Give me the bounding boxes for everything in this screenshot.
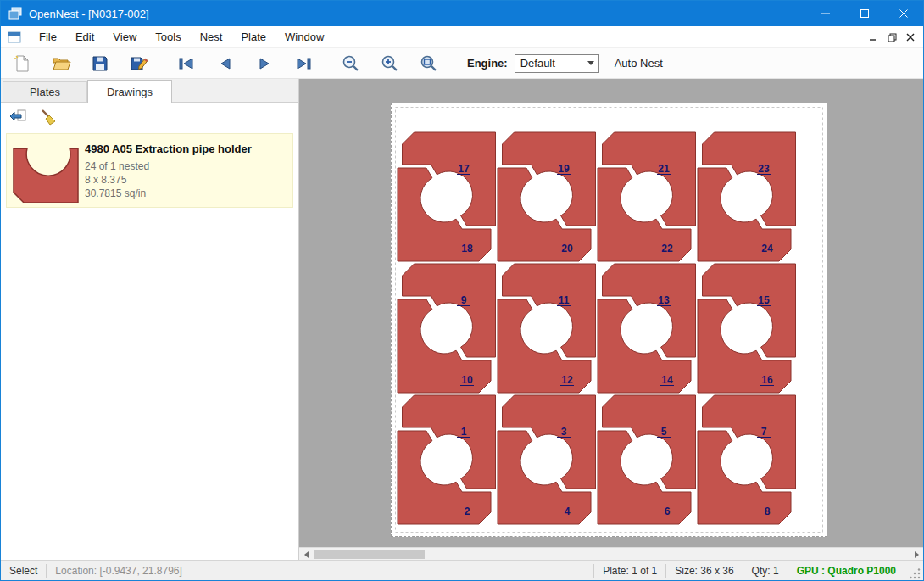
status-size: Size: 36 x 36 <box>666 561 742 580</box>
mdi-restore-button[interactable] <box>882 29 901 46</box>
menu-item-view[interactable]: View <box>103 27 146 47</box>
part-number: 18 <box>461 243 473 254</box>
menu-item-plate[interactable]: Plate <box>231 27 276 47</box>
nest-pair[interactable]: 12 <box>398 395 496 524</box>
part-number: 16 <box>761 374 773 386</box>
nest-pair[interactable]: 2324 <box>698 132 796 261</box>
part-number: 13 <box>658 294 670 306</box>
app-icon <box>8 7 22 20</box>
zoom-out-button[interactable] <box>338 51 364 76</box>
nest-pair[interactable]: 78 <box>698 395 796 524</box>
tab-drawings[interactable]: Drawings <box>87 80 172 103</box>
save-as-button[interactable] <box>126 51 152 76</box>
part-number: 2 <box>465 506 470 517</box>
horizontal-scrollbar[interactable] <box>299 547 923 560</box>
open-folder-icon <box>52 53 71 73</box>
nest-pair[interactable]: 1920 <box>498 132 596 261</box>
nest-pair[interactable]: 1112 <box>498 264 596 393</box>
status-location: Location: [-0.9437, 21.8796] <box>47 561 190 580</box>
tab-plates-label: Plates <box>30 86 60 98</box>
menu-item-nest[interactable]: Nest <box>191 27 232 47</box>
tab-plates[interactable]: Plates <box>3 81 87 102</box>
window-title: OpenNest - [N0317-002] <box>29 8 149 20</box>
nav-next-button[interactable] <box>252 51 277 76</box>
drawing-title: 4980 A05 Extraction pipe holder <box>85 142 252 155</box>
auto-nest-button[interactable]: Auto Nest <box>615 57 663 70</box>
mdi-minimize-button[interactable] <box>864 29 882 46</box>
status-mode: Select <box>1 561 46 580</box>
first-plate-icon <box>177 56 196 71</box>
part-number: 5 <box>661 426 667 438</box>
part-number: 3 <box>561 426 567 438</box>
prev-plate-icon <box>216 56 235 71</box>
part-number: 21 <box>658 163 670 175</box>
drawings-toolbar <box>1 103 298 131</box>
nest-pair[interactable]: 56 <box>598 395 696 524</box>
part-number: 7 <box>761 426 767 438</box>
close-icon <box>899 8 909 19</box>
engine-select[interactable]: Default <box>515 54 599 73</box>
drawing-list-item[interactable]: 4980 A05 Extraction pipe holder 24 of 1 … <box>6 133 293 208</box>
scroll-left-arrow-icon[interactable] <box>299 548 313 560</box>
status-gpu: GPU : Quadro P1000 <box>788 561 905 580</box>
nest-pair[interactable]: 1314 <box>598 264 696 393</box>
import-arrow-icon <box>9 108 28 126</box>
part-number: 6 <box>665 506 671 517</box>
zoom-out-icon <box>342 54 360 73</box>
zoom-in-button[interactable] <box>377 51 403 76</box>
open-button[interactable] <box>48 51 74 76</box>
sidebar-tabstrip: Plates Drawings <box>1 79 298 103</box>
part-number: 19 <box>558 163 570 175</box>
nest-canvas[interactable]: 171819202122232491011121314151612345678 <box>299 79 923 560</box>
statusbar: Select Location: [-0.9437, 21.8796] Plat… <box>1 560 923 580</box>
reload-drawing-button[interactable] <box>6 105 31 129</box>
part-number: 12 <box>561 374 573 386</box>
menu-item-window[interactable]: Window <box>276 27 333 47</box>
main-toolbar: Engine: Default Auto Nest <box>1 48 923 79</box>
drawing-dimensions: 8 x 8.375 <box>85 173 252 187</box>
new-button[interactable] <box>9 51 35 76</box>
minimize-button[interactable] <box>806 1 845 26</box>
nest-pair[interactable]: 1516 <box>698 264 796 393</box>
drawing-area: 30.7815 sq/in <box>85 187 252 200</box>
part-thumbnail <box>7 134 85 207</box>
scroll-right-arrow-icon[interactable] <box>910 548 923 560</box>
next-plate-icon <box>255 56 274 71</box>
engine-value: Default <box>520 57 555 70</box>
scrollbar-thumb[interactable] <box>314 550 425 559</box>
save-edit-icon <box>130 54 148 73</box>
nav-last-button[interactable] <box>291 51 316 76</box>
maximize-button[interactable] <box>845 1 884 26</box>
nav-prev-button[interactable] <box>213 51 238 76</box>
mdi-close-button[interactable] <box>901 29 920 46</box>
part-number: 10 <box>461 374 473 386</box>
menu-item-file[interactable]: File <box>30 27 66 47</box>
tab-drawings-label: Drawings <box>107 86 153 98</box>
part-number: 8 <box>765 506 771 517</box>
part-number: 22 <box>661 243 673 254</box>
zoom-fit-button[interactable] <box>416 51 442 76</box>
clean-button[interactable] <box>36 105 62 129</box>
menu-item-edit[interactable]: Edit <box>66 27 103 47</box>
maximize-icon <box>860 8 870 19</box>
new-file-icon <box>13 54 31 73</box>
menu-item-tools[interactable]: Tools <box>146 27 190 47</box>
close-button[interactable] <box>884 1 923 26</box>
save-button[interactable] <box>87 51 113 76</box>
nav-first-button[interactable] <box>174 51 199 76</box>
zoom-fit-icon <box>420 54 438 73</box>
part-number: 11 <box>559 294 570 306</box>
nest-svg: 171819202122232491011121314151612345678 <box>392 103 827 536</box>
part-number: 17 <box>458 163 470 175</box>
nest-pair[interactable]: 1718 <box>398 132 496 261</box>
sidebar: Plates Drawings <box>1 79 299 560</box>
nest-pair[interactable]: 34 <box>498 395 596 524</box>
broom-icon <box>40 108 58 126</box>
resize-grip[interactable] <box>910 568 921 580</box>
nest-pair[interactable]: 910 <box>398 264 496 393</box>
nest-pair[interactable]: 2122 <box>598 132 696 261</box>
part-number: 9 <box>461 294 467 306</box>
menubar: File Edit View Tools Nest Plate Window <box>1 26 923 48</box>
plate-sheet: 171819202122232491011121314151612345678 <box>391 103 827 537</box>
status-plate: Plate: 1 of 1 <box>594 561 665 580</box>
